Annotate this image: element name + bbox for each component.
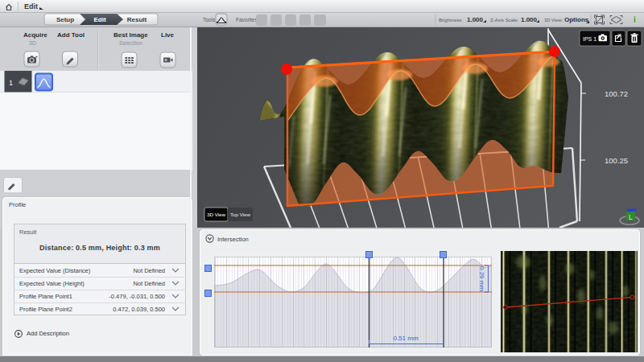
svg-text:Tools:: Tools: [203,17,217,23]
svg-text:Setup: Setup [56,16,74,23]
svg-text:Options: Options [564,16,589,23]
svg-text:L: L [629,213,633,221]
svg-text:Brightness:: Brightness: [439,18,463,23]
svg-text:i: i [634,15,636,24]
svg-text:Favorites:: Favorites: [236,17,259,23]
svg-text:0.51 mm: 0.51 mm [393,335,418,342]
svg-text:Top View: Top View [230,212,251,217]
svg-text:Z-Axis Scale:: Z-Axis Scale: [490,18,519,23]
svg-text:3D View:: 3D View: [544,18,563,23]
svg-text:1.000: 1.000 [521,16,538,23]
svg-text:1.000: 1.000 [467,16,484,23]
svg-text:Edit: Edit [93,16,105,23]
svg-text:3D View: 3D View [207,212,225,217]
svg-text:1: 1 [9,79,13,87]
svg-text:0.29 mm: 0.29 mm [478,266,485,291]
svg-text:Result: Result [127,16,147,23]
svg-text:100.25: 100.25 [605,156,628,165]
svg-text:100.72: 100.72 [605,89,628,98]
svg-text:IPS 1: IPS 1 [583,36,597,42]
